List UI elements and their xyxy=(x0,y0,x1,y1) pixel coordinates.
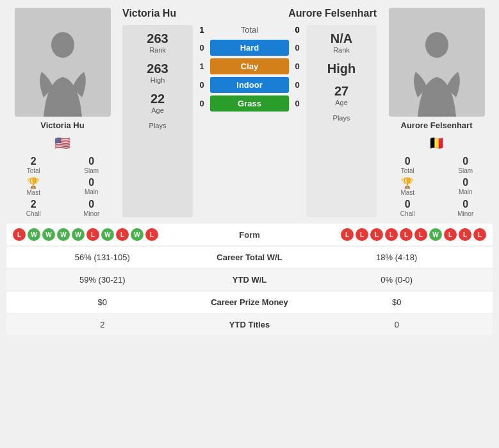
form-badges-left: LWWWWLWLWL xyxy=(13,228,218,241)
right-player-photo xyxy=(389,8,485,117)
right-flag: 🇧🇪 xyxy=(429,135,445,151)
left-main-stat: 0 Main xyxy=(65,177,119,196)
surface-hard-row: 0 Hard 0 xyxy=(196,40,303,56)
stats-left-0: 56% (131-105) xyxy=(13,253,192,262)
form-badge-left-2: W xyxy=(42,228,55,241)
form-badge-left-3: W xyxy=(57,228,70,241)
indoor-right-score: 0 xyxy=(291,80,303,90)
form-badge-left-0: L xyxy=(13,228,26,241)
grass-right-score: 0 xyxy=(291,99,303,108)
form-badge-left-9: L xyxy=(145,228,158,241)
stats-row-2: $0Career Prize Money$0 xyxy=(6,292,493,313)
right-name-text: Aurore Felsenhart xyxy=(288,8,377,19)
stats-center-0: Career Total W/L xyxy=(192,253,307,262)
left-minor-value: 0 xyxy=(65,199,119,210)
right-player-stats: 0 Total 0 Slam 🏆 Mast 0 Main 0 Chall xyxy=(380,156,493,217)
left-main-value: 0 xyxy=(65,177,119,188)
right-rank-panel: N/A Rank High 27 Age Plays xyxy=(306,25,377,217)
indoor-badge: Indoor xyxy=(210,77,289,93)
right-slam-value: 0 xyxy=(439,156,493,167)
stats-right-0: 18% (4-18) xyxy=(307,253,487,262)
form-title: Form xyxy=(218,230,282,240)
left-name-header: Victoria Hu xyxy=(122,8,176,19)
right-main-stat: 0 Main xyxy=(439,177,493,196)
hard-left-score: 0 xyxy=(196,43,208,53)
total-right-num: 0 xyxy=(291,25,303,35)
right-minor-label: Minor xyxy=(439,210,493,217)
stats-right-1: 0% (0-0) xyxy=(307,275,487,285)
right-mast-label: Mast xyxy=(380,189,435,196)
stats-right-3: 0 xyxy=(307,320,487,329)
left-total-stat: 2 Total xyxy=(6,156,61,174)
left-high-label: High xyxy=(147,76,168,84)
stats-left-1: 59% (30-21) xyxy=(13,275,192,285)
right-player-silhouette xyxy=(389,8,485,117)
left-plays-item: Plays xyxy=(149,122,167,129)
left-age-value: 22 xyxy=(151,92,165,106)
stats-right-2: $0 xyxy=(307,297,487,307)
form-badge-right-2: L xyxy=(370,228,383,241)
right-high-value: High xyxy=(327,62,356,76)
left-flag: 🇺🇸 xyxy=(54,135,70,151)
right-age-value: 27 xyxy=(334,84,348,99)
form-badge-left-5: L xyxy=(86,228,99,241)
svg-point-1 xyxy=(425,32,448,58)
surface-column: 1 Total 0 0 Hard 0 1 Clay 0 xyxy=(196,25,303,217)
total-line: 1 Total 0 xyxy=(196,25,303,35)
center-column: Victoria Hu Aurore Felsenhart 263 Rank xyxy=(122,8,377,217)
left-name-block: Victoria Hu xyxy=(122,8,176,19)
stats-row-1: 59% (30-21)YTD W/L0% (0-0) xyxy=(6,269,493,290)
form-badge-left-7: L xyxy=(116,228,129,241)
left-slam-stat: 0 Slam xyxy=(65,156,119,174)
left-age-label: Age xyxy=(151,106,165,114)
clay-badge: Clay xyxy=(210,58,289,74)
right-minor-value: 0 xyxy=(439,199,493,210)
left-chall-label: Chall xyxy=(6,210,61,217)
form-badge-right-0: L xyxy=(341,228,354,241)
right-total-value: 0 xyxy=(380,156,435,167)
right-rank-item: N/A Rank xyxy=(331,31,352,54)
main-container: Victoria Hu 🇺🇸 2 Total 0 Slam 🏆 Mast xyxy=(0,0,499,339)
form-row: LWWWWLWLWL Form LLLLLLWLLL xyxy=(6,224,493,245)
grass-badge: Grass xyxy=(210,95,289,112)
left-mast-value: 🏆 xyxy=(6,177,61,189)
left-total-label: Total xyxy=(6,167,61,174)
grass-left-score: 0 xyxy=(196,99,208,108)
left-slam-label: Slam xyxy=(65,167,119,174)
right-mast-value: 🏆 xyxy=(380,177,435,189)
form-badge-right-1: L xyxy=(356,228,368,241)
right-total-stat: 0 Total xyxy=(380,156,435,174)
right-chall-stat: 0 Chall xyxy=(380,199,435,217)
left-flag-icon: 🇺🇸 xyxy=(54,135,70,151)
hard-badge: Hard xyxy=(210,40,289,56)
bottom-section: LWWWWLWLWL Form LLLLLLWLLL 56% (131-105)… xyxy=(0,221,499,339)
left-plays-label: Plays xyxy=(149,122,167,129)
indoor-left-score: 0 xyxy=(196,80,208,90)
right-player-name: Aurore Felsenhart xyxy=(401,120,473,130)
form-badge-right-7: L xyxy=(444,228,457,241)
right-age-label: Age xyxy=(334,99,348,106)
left-mast-stat: 🏆 Mast xyxy=(6,177,61,196)
right-age-item: 27 Age xyxy=(334,84,348,106)
left-player-photo xyxy=(15,8,111,117)
surface-indoor-row: 0 Indoor 0 xyxy=(196,77,303,93)
left-rank-panel: 263 Rank 263 High 22 Age Plays xyxy=(122,25,193,217)
left-age-item: 22 Age xyxy=(151,92,165,114)
right-slam-label: Slam xyxy=(439,167,493,174)
form-badge-left-8: W xyxy=(131,228,143,241)
hard-right-score: 0 xyxy=(291,43,303,53)
stats-center-3: YTD Titles xyxy=(192,320,307,329)
surface-grass-row: 0 Grass 0 xyxy=(196,95,303,112)
stats-center-1: YTD W/L xyxy=(192,275,307,285)
top-area: Victoria Hu 🇺🇸 2 Total 0 Slam 🏆 Mast xyxy=(0,0,499,221)
form-badge-right-3: L xyxy=(385,228,398,241)
form-badge-right-4: L xyxy=(400,228,413,241)
form-badges-right: LLLLLLWLLL xyxy=(282,228,487,241)
left-player-name: Victoria Hu xyxy=(40,120,84,130)
stats-row-3: 2YTD Titles0 xyxy=(6,314,493,335)
right-chall-label: Chall xyxy=(380,210,435,217)
surface-clay-row: 1 Clay 0 xyxy=(196,58,303,74)
stats-left-3: 2 xyxy=(13,320,192,329)
clay-left-score: 1 xyxy=(196,62,208,71)
stats-row-0: 56% (131-105)Career Total W/L18% (4-18) xyxy=(6,247,493,268)
